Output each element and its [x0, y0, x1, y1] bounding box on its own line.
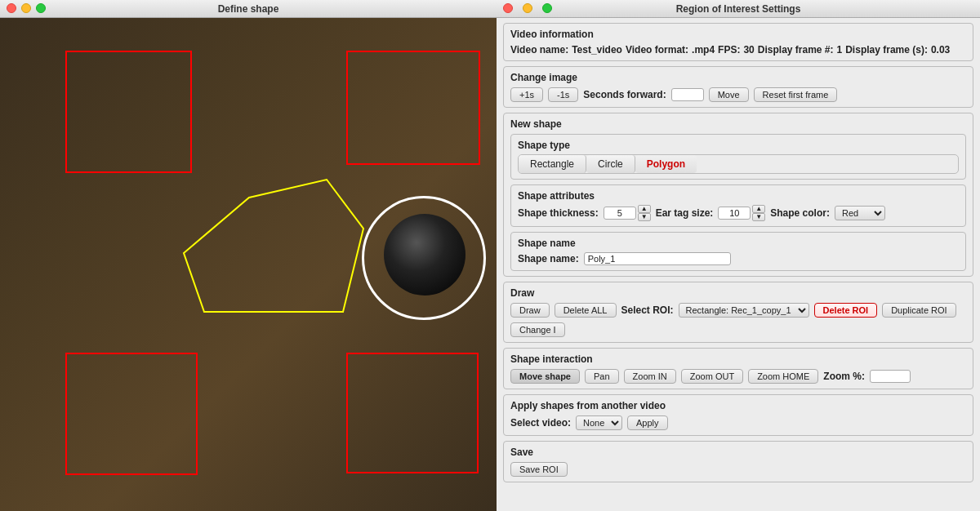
- seconds-forward-label: Seconds forward:: [583, 89, 666, 100]
- shape-name-label: Shape name:: [518, 253, 579, 264]
- shape-rect-tl: [65, 51, 192, 173]
- traffic-lights-right: [503, 3, 552, 13]
- select-roi-label: Select ROI:: [621, 304, 674, 316]
- right-titlebar: Region of Interest Settings: [497, 0, 980, 18]
- thickness-arrows: ▲ ▼: [638, 205, 651, 221]
- zoom-pct-label: Zoom %:: [823, 371, 865, 382]
- display-frame-value: 1: [837, 44, 843, 56]
- new-shape-section: New shape Shape type Rectangle Circle Po…: [503, 113, 973, 277]
- minimize-button-right[interactable]: [523, 3, 532, 13]
- maximize-button-left[interactable]: [36, 3, 46, 13]
- apply-shapes-row: Select video: None Apply: [510, 415, 966, 430]
- change-image-title: Change image: [510, 72, 966, 83]
- video-format-value: .mp4: [692, 44, 715, 56]
- draw-button[interactable]: Draw: [510, 303, 550, 318]
- zoom-out-button[interactable]: Zoom OUT: [681, 369, 743, 384]
- duplicate-roi-button[interactable]: Duplicate ROI: [882, 303, 956, 318]
- thickness-label: Shape thickness:: [518, 207, 599, 219]
- minimize-button-left[interactable]: [21, 3, 31, 13]
- thickness-down[interactable]: ▼: [638, 213, 651, 221]
- draw-section: Draw Draw Delete ALL Select ROI: Rectang…: [503, 282, 973, 343]
- video-name-value: Test_video: [572, 44, 622, 56]
- shape-rect-bl: [65, 353, 198, 475]
- close-button-right[interactable]: [503, 3, 513, 13]
- fps-value: 30: [743, 44, 754, 56]
- apply-shapes-title: Apply shapes from another video: [510, 400, 966, 411]
- change-image-row: +1s -1s Seconds forward: Move Reset firs…: [510, 87, 966, 102]
- maximize-button-right[interactable]: [542, 3, 552, 13]
- ear-tag-down[interactable]: ▼: [752, 213, 765, 221]
- apply-button[interactable]: Apply: [627, 415, 668, 430]
- left-window-title: Define shape: [218, 3, 279, 15]
- shape-name-input[interactable]: [584, 252, 731, 265]
- move-shape-button[interactable]: Move shape: [510, 369, 580, 384]
- zoom-home-button[interactable]: Zoom HOME: [748, 369, 818, 384]
- right-window-title: Region of Interest Settings: [676, 3, 801, 15]
- apply-shapes-video-select[interactable]: None: [576, 415, 622, 430]
- thickness-stepper: ▲ ▼: [604, 205, 651, 221]
- save-section: Save Save ROI: [503, 441, 973, 482]
- delete-all-button[interactable]: Delete ALL: [555, 303, 617, 318]
- shape-interaction-title: Shape interaction: [510, 353, 966, 365]
- change-image-section: Change image +1s -1s Seconds forward: Mo…: [503, 66, 973, 108]
- thickness-up[interactable]: ▲: [638, 205, 651, 213]
- save-roi-button[interactable]: Save ROI: [510, 462, 568, 477]
- video-info-row: Video name: Test_video Video format: .mp…: [510, 44, 966, 56]
- display-frame-label: Display frame #:: [758, 44, 834, 56]
- roi-select[interactable]: Rectangle: Rec_1_copy_1: [679, 303, 809, 318]
- close-button-left[interactable]: [7, 3, 16, 13]
- display-frame-s-value: 0.03: [931, 44, 950, 56]
- rectangle-shape-button[interactable]: Rectangle: [519, 155, 586, 173]
- polygon-shape-button[interactable]: Polygon: [635, 155, 697, 173]
- delete-roi-button[interactable]: Delete ROI: [814, 303, 878, 318]
- shape-type-subsection: Shape type Rectangle Circle Polygon: [510, 134, 966, 180]
- plus1s-button[interactable]: +1s: [510, 87, 543, 102]
- save-title: Save: [510, 447, 966, 458]
- dark-object: [384, 214, 466, 295]
- minus1s-button[interactable]: -1s: [548, 87, 578, 102]
- shape-type-group: Rectangle Circle Polygon: [518, 154, 959, 174]
- shape-interaction-row: Move shape Pan Zoom IN Zoom OUT Zoom HOM…: [510, 369, 966, 384]
- pan-button[interactable]: Pan: [585, 369, 619, 384]
- display-frame-s-label: Display frame (s):: [845, 44, 928, 56]
- seconds-forward-input[interactable]: [671, 88, 704, 101]
- shape-attributes-subsection: Shape attributes Shape thickness: ▲ ▼ Ea…: [510, 184, 966, 227]
- shape-type-label: Shape type: [518, 140, 959, 151]
- fps-label: FPS:: [718, 44, 740, 56]
- color-label: Shape color:: [770, 207, 830, 219]
- draw-title: Draw: [510, 287, 966, 299]
- circle-shape-button[interactable]: Circle: [586, 155, 635, 173]
- ear-tag-input[interactable]: [718, 207, 751, 220]
- shape-attributes-row: Shape thickness: ▲ ▼ Ear tag size:: [518, 205, 959, 221]
- change-button[interactable]: Change I: [510, 322, 565, 337]
- video-format-label: Video format:: [626, 44, 688, 56]
- zoom-in-button[interactable]: Zoom IN: [624, 369, 676, 384]
- move-button[interactable]: Move: [709, 87, 749, 102]
- draw-row: Draw Delete ALL Select ROI: Rectangle: R…: [510, 303, 966, 337]
- video-panel: [0, 18, 497, 511]
- ear-tag-arrows: ▲ ▼: [752, 205, 765, 221]
- ear-tag-up[interactable]: ▲: [752, 205, 765, 213]
- shape-name-row: Shape name:: [518, 252, 959, 265]
- ear-tag-label: Ear tag size:: [656, 207, 714, 219]
- apply-shapes-section: Apply shapes from another video Select v…: [503, 394, 973, 436]
- ear-tag-stepper: ▲ ▼: [718, 205, 765, 221]
- save-row: Save ROI: [510, 462, 966, 477]
- new-shape-title: New shape: [510, 118, 966, 130]
- shape-attributes-title: Shape attributes: [518, 190, 959, 202]
- shape-rect-tr: [346, 51, 480, 165]
- video-info-title: Video information: [510, 29, 966, 40]
- zoom-pct-input[interactable]: [870, 370, 911, 383]
- reset-first-frame-button[interactable]: Reset first frame: [754, 87, 838, 102]
- shape-name-title: Shape name: [518, 238, 959, 249]
- shape-interaction-section: Shape interaction Move shape Pan Zoom IN…: [503, 348, 973, 389]
- video-info-section: Video information Video name: Test_video…: [503, 23, 973, 61]
- select-video-label: Select video:: [510, 417, 571, 429]
- traffic-lights-left: [7, 3, 46, 13]
- shape-name-subsection: Shape name Shape name:: [510, 232, 966, 271]
- video-name-label: Video name:: [510, 44, 568, 56]
- shape-color-select[interactable]: Red Blue Green Yellow White: [835, 206, 885, 220]
- thickness-input[interactable]: [604, 207, 636, 220]
- left-titlebar: Define shape: [0, 0, 497, 18]
- shape-rect-br: [346, 353, 479, 473]
